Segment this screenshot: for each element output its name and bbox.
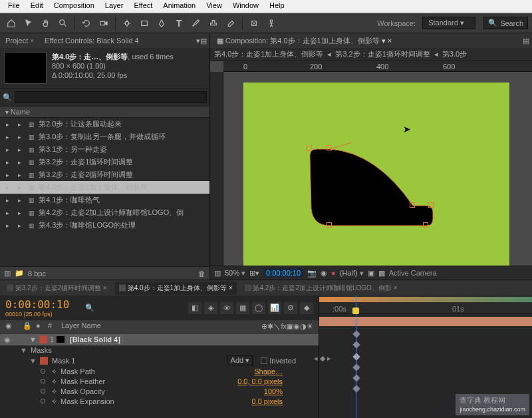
hand-tool[interactable]: [39, 16, 53, 31]
grid-icon[interactable]: ⊞▾: [249, 269, 259, 278]
mask-vertex[interactable]: [327, 222, 332, 228]
keyframe[interactable]: [352, 385, 360, 392]
tab-effect-controls[interactable]: Effect Controls: Black Solid 4: [42, 35, 142, 46]
timeline-timecode[interactable]: 0:00:00:10: [5, 298, 69, 311]
mask-vertex[interactable]: [307, 146, 312, 151]
camera-dropdown[interactable]: Active Camera: [389, 269, 437, 277]
comp-canvas[interactable]: ➤: [243, 83, 509, 266]
mask-vertex[interactable]: [423, 222, 428, 228]
twirl-icon[interactable]: ▼: [20, 346, 27, 354]
project-item[interactable]: ▸▸▥第4.2步：走姿2加上设计师咖啡馆LOGO、倒: [0, 206, 209, 219]
panel-menu-icon[interactable]: ▤: [523, 37, 529, 45]
mask-color[interactable]: [40, 357, 48, 365]
layer-name[interactable]: [Black Solid 4]: [67, 335, 123, 344]
stamp-tool[interactable]: [206, 16, 221, 31]
breadcrumb-item[interactable]: 第4.0步：走姿1加上身体、倒影等: [214, 49, 323, 59]
masks-group[interactable]: ▼ Masks: [0, 345, 319, 355]
search-icon[interactable]: 🔍: [85, 304, 94, 312]
time-ruler[interactable]: :00s01s: [319, 296, 532, 314]
draft-3d[interactable]: ◈: [204, 302, 217, 314]
zoom-tool[interactable]: [56, 16, 70, 31]
close-icon[interactable]: ×: [30, 37, 34, 45]
stopwatch-icon[interactable]: ⊙: [40, 377, 48, 385]
menu-animation[interactable]: Animation: [158, 0, 201, 13]
link-icon[interactable]: ⟡: [52, 387, 57, 395]
stopwatch-icon[interactable]: ⊙: [40, 367, 48, 375]
puppet-tool[interactable]: [264, 16, 279, 31]
keyframe[interactable]: [352, 353, 360, 360]
project-item[interactable]: ▸▸▥第4.3步：咖啡馆LOGO的处理: [0, 219, 209, 232]
menu-window[interactable]: Window: [227, 0, 264, 13]
stopwatch-icon[interactable]: ⊙: [40, 397, 48, 405]
motion-blur-toggle[interactable]: ◯: [252, 302, 265, 314]
property-value[interactable]: Shape…: [254, 367, 283, 375]
breadcrumb-item[interactable]: 第3.2步：走姿1循环时间调整: [335, 49, 430, 59]
tab-project[interactable]: Project×: [3, 35, 37, 46]
home-tool[interactable]: [4, 16, 19, 31]
pen-tool[interactable]: [154, 16, 169, 31]
rotate-tool[interactable]: [79, 16, 94, 31]
shy-toggle[interactable]: 👁: [220, 302, 233, 314]
tab-composition[interactable]: ▦ Composition: 第4.0步：走姿1加上身体、倒影等 ▾ ×: [213, 35, 396, 47]
workspace-dropdown[interactable]: Standard ▾: [422, 17, 475, 29]
anchor-tool[interactable]: [120, 16, 134, 31]
property-row[interactable]: ⊙⟡Mask Expansion0.0 pixels: [0, 396, 319, 406]
link-icon[interactable]: ⟡: [52, 377, 57, 385]
keyframe[interactable]: [352, 330, 360, 337]
comp-viewport[interactable]: 0200400600 ➤: [210, 61, 532, 266]
column-header-name[interactable]: ▾ Name: [0, 106, 209, 118]
snapshot-icon[interactable]: 📷: [307, 269, 317, 278]
breadcrumb-item[interactable]: 第3.0步: [442, 49, 467, 59]
project-item[interactable]: ▸▸▥第4.0步：走姿1加上身体、倒影等: [0, 181, 209, 194]
menu-help[interactable]: Help: [264, 0, 290, 13]
menu-file[interactable]: File: [3, 0, 25, 13]
resolution-dropdown[interactable]: (Half) ▾: [340, 269, 364, 278]
link-icon[interactable]: ⟡: [52, 397, 57, 405]
brainstorm[interactable]: ⚙: [284, 302, 297, 314]
project-search-input[interactable]: [15, 91, 207, 103]
channel-icon[interactable]: ◉: [321, 269, 327, 278]
mask-inverted-checkbox[interactable]: Inverted: [261, 357, 296, 365]
camera-tool[interactable]: [96, 16, 111, 31]
keyframe-nav[interactable]: ◂ ◆ ▸: [314, 354, 331, 363]
project-item[interactable]: ▸▸▥第3.2步：走姿2循环时间调整: [0, 168, 209, 181]
bpc-toggle[interactable]: 8 bpc: [28, 270, 46, 278]
timeline-tab[interactable]: ▥ 第4.2步：走姿2加上设计师咖啡馆LOGO、倒影 ×: [241, 282, 402, 295]
property-row[interactable]: ⊙⟡Mask Opacity100%: [0, 386, 319, 396]
comp-mini-flowchart[interactable]: ◧: [188, 302, 201, 314]
roto-tool[interactable]: [247, 16, 261, 31]
folder-icon[interactable]: 📁: [15, 269, 24, 278]
keyframe[interactable]: [352, 341, 360, 348]
twirl-icon[interactable]: ▼: [29, 335, 37, 343]
menu-edit[interactable]: Edit: [25, 0, 49, 13]
mask-vertex[interactable]: [410, 202, 415, 208]
project-item[interactable]: ▸▸▥第3.2步：走姿1循环时间调整: [0, 156, 209, 168]
playhead[interactable]: [356, 296, 356, 418]
zoom-dropdown[interactable]: 50% ▾: [225, 269, 245, 278]
text-tool[interactable]: T: [172, 16, 186, 31]
keyframe[interactable]: [352, 363, 360, 371]
mask-shape[interactable]: ➤: [303, 142, 436, 229]
always-preview-icon[interactable]: ▥: [214, 269, 221, 278]
timeline-tab[interactable]: ▥ 第3.2步：走姿2循环时间调整 ×: [3, 282, 111, 295]
frame-blend-toggle[interactable]: ▦: [236, 302, 249, 314]
menu-composition[interactable]: Composition: [49, 0, 100, 13]
property-value[interactable]: 100%: [264, 387, 283, 395]
timeline-tab[interactable]: ▥ 第4.0步：走姿1加上身体、倒影等 ×: [115, 282, 237, 295]
brush-tool[interactable]: [189, 16, 203, 31]
layer-duration-bar[interactable]: [319, 317, 532, 326]
keyframe[interactable]: [352, 374, 360, 381]
property-value[interactable]: 0.0, 0.0 pixels: [237, 377, 283, 385]
project-item[interactable]: ▸▸▥第4.1步：咖啡热气: [0, 194, 209, 206]
menu-effect[interactable]: Effect: [128, 0, 158, 13]
mask-toggle-icon[interactable]: ●: [331, 269, 336, 277]
bin-icon[interactable]: ▥: [4, 269, 11, 278]
link-icon[interactable]: ⟡: [52, 367, 57, 375]
mask-vertex[interactable]: [428, 202, 434, 208]
current-time[interactable]: 0:00:00:10: [263, 268, 303, 278]
property-row[interactable]: ⊙⟡Mask Feather0.0, 0.0 pixels: [0, 376, 319, 386]
project-item[interactable]: ▸▸▥第3.1步：另一种走姿: [0, 143, 209, 156]
trash-icon[interactable]: 🗑: [198, 270, 205, 278]
mask-mode-dropdown[interactable]: Add ▾: [227, 355, 253, 365]
rect-tool[interactable]: [137, 16, 152, 31]
